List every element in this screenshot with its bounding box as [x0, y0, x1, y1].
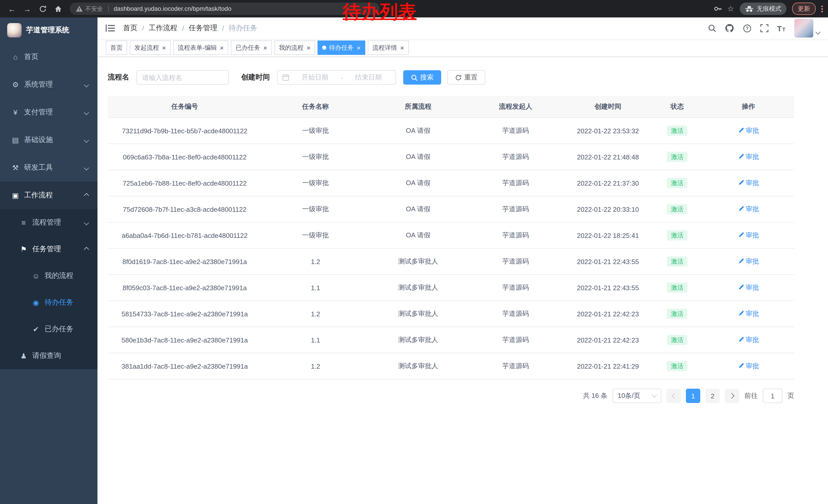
approve-link[interactable]: 审批 [738, 231, 759, 240]
font-size-icon[interactable]: TT [777, 25, 785, 32]
approve-label: 审批 [746, 335, 759, 345]
sidebar-item-todo-task[interactable]: ◉待办任务 [0, 289, 97, 316]
close-icon[interactable]: × [400, 44, 404, 51]
cell-created: 2022-01-21 22:42:23 [564, 327, 652, 353]
tab-label: 首页 [110, 43, 123, 52]
tab-done[interactable]: 已办任务× [231, 41, 272, 55]
page-button-2[interactable]: 2 [705, 388, 720, 403]
sidebar-item-my-process[interactable]: ☺我的流程 [0, 263, 97, 289]
user-menu[interactable] [794, 18, 820, 38]
sidebar-item-devtools[interactable]: ⚒研发工具 [0, 154, 97, 182]
breadcrumb-item[interactable]: 首页 [123, 24, 137, 33]
chevron-up-icon [84, 193, 89, 198]
breadcrumb-item: 待办任务 [229, 24, 257, 33]
sidebar-item-process-mgmt[interactable]: ≡流程管理 [0, 209, 97, 236]
back-icon[interactable]: ← [5, 2, 18, 15]
main-area: 首页/工作流程/任务管理/待办任务 ? TT [97, 17, 828, 504]
tab-detail[interactable]: 流程详情× [368, 41, 409, 55]
cell-name: 1.1 [262, 275, 369, 301]
sidebar-item-infra[interactable]: ▤基础设施 [0, 126, 97, 154]
sidebar-item-system[interactable]: ⚙系统管理 [0, 71, 97, 98]
close-icon[interactable]: × [263, 44, 267, 51]
approve-link[interactable]: 审批 [738, 204, 759, 214]
key-icon[interactable] [713, 5, 721, 13]
update-button[interactable]: 更新 [792, 3, 816, 15]
menu-dots-icon[interactable] [821, 5, 823, 12]
approve-link[interactable]: 审批 [738, 309, 759, 318]
sidebar-item-label: 基础设施 [24, 135, 53, 145]
reset-button[interactable]: 重置 [447, 70, 485, 85]
approve-link[interactable]: 审批 [738, 178, 759, 188]
incognito-icon [745, 5, 754, 12]
tab-label: 我的流程 [279, 43, 304, 52]
bookmark-star-icon[interactable]: ☆ [727, 4, 734, 13]
workflow-submenu: ≡流程管理⚑任务管理☺我的流程◉待办任务✔已办任务♟请假查询 [0, 209, 97, 369]
close-icon[interactable]: × [307, 44, 310, 51]
page-suffix: 页 [787, 391, 794, 401]
approve-link[interactable]: 审批 [738, 152, 759, 162]
sidebar-item-workflow[interactable]: ▣工作流程 [0, 182, 97, 209]
forward-icon[interactable]: → [20, 2, 34, 15]
tab-todo[interactable]: 待办任务× [318, 41, 365, 55]
cell-status: 激活 [652, 196, 703, 222]
chevron-down-icon [84, 82, 89, 87]
date-range-picker[interactable]: 开始日期 - 结束日期 [277, 70, 396, 85]
cell-process: 测试多审批人 [369, 301, 467, 327]
tab-home[interactable]: 首页 [106, 41, 127, 55]
github-icon[interactable] [724, 24, 734, 33]
sidebar-item-done-task[interactable]: ✔已办任务 [0, 316, 97, 342]
close-icon[interactable]: × [162, 44, 166, 51]
breadcrumb-item[interactable]: 工作流程 [149, 24, 177, 33]
start-date-placeholder: 开始日期 [292, 73, 338, 82]
cell-id: 381aa1dd-7ac8-11ec-a9e2-a2380e71991a [108, 353, 262, 379]
tab-form-edit[interactable]: 流程表单-编辑× [173, 41, 228, 55]
edit-icon [738, 205, 744, 213]
cell-created: 2022-01-21 22:43:55 [564, 248, 652, 275]
cell-name: 一级审批 [262, 222, 369, 248]
cell-name: 一级审批 [262, 118, 369, 144]
cell-name: 1.2 [262, 248, 369, 275]
breadcrumb: 首页/工作流程/任务管理/待办任务 [123, 24, 257, 33]
page-size-select[interactable]: 10条/页 [613, 388, 661, 403]
cell-status: 激活 [652, 222, 703, 248]
warning-icon [76, 6, 83, 12]
tab-my[interactable]: 我的流程× [275, 41, 315, 55]
table-header-row: 任务编号任务名称所属流程流程发起人创建时间状态操作 [108, 96, 794, 118]
sidebar-item-task-mgmt[interactable]: ⚑任务管理 [0, 236, 97, 263]
approve-link[interactable]: 审批 [738, 283, 759, 292]
cell-id: 8f0d1619-7ac8-11ec-a9e2-a2380e71991a [108, 248, 262, 275]
approve-link[interactable]: 审批 [738, 126, 759, 135]
approve-link[interactable]: 审批 [738, 335, 759, 345]
monitor-icon: ▤ [10, 136, 20, 144]
approve-link[interactable]: 审批 [738, 362, 759, 371]
status-badge: 激活 [667, 361, 688, 371]
fullscreen-icon[interactable] [760, 24, 768, 32]
logo[interactable]: 芋道管理系统 [0, 17, 97, 43]
cell-action: 审批 [703, 301, 794, 327]
home-icon[interactable] [51, 2, 65, 15]
sidebar-item-payment[interactable]: ¥支付管理 [0, 98, 97, 126]
security-label: 不安全 [85, 5, 103, 12]
sidebar-item-home[interactable]: ⌂首页 [0, 43, 97, 71]
close-icon[interactable]: × [220, 44, 224, 51]
cell-name: 1.1 [262, 327, 369, 353]
process-name-input[interactable] [136, 70, 229, 85]
next-page-button[interactable] [725, 388, 739, 403]
page-button-1[interactable]: 1 [686, 388, 700, 403]
goto-page-input[interactable] [763, 388, 782, 403]
cell-process: OA 请假 [369, 144, 467, 170]
search-button[interactable]: 搜索 [403, 70, 441, 85]
close-icon[interactable]: × [357, 44, 361, 51]
refresh-icon[interactable] [36, 2, 49, 15]
cell-status: 激活 [652, 170, 703, 196]
address-bar[interactable]: 不安全 dashboard.yudao.iocoder.cn/bpm/task/… [70, 3, 380, 15]
prev-page-button[interactable] [666, 388, 681, 403]
tab-initiate[interactable]: 发起流程× [130, 41, 171, 55]
divider [108, 6, 109, 12]
approve-link[interactable]: 审批 [738, 257, 759, 266]
help-icon[interactable]: ? [743, 24, 751, 33]
search-icon[interactable] [708, 24, 716, 32]
hamburger-icon[interactable] [106, 24, 115, 32]
sidebar-item-leave-query[interactable]: ♟请假查询 [0, 342, 97, 369]
breadcrumb-item[interactable]: 任务管理 [189, 24, 217, 33]
